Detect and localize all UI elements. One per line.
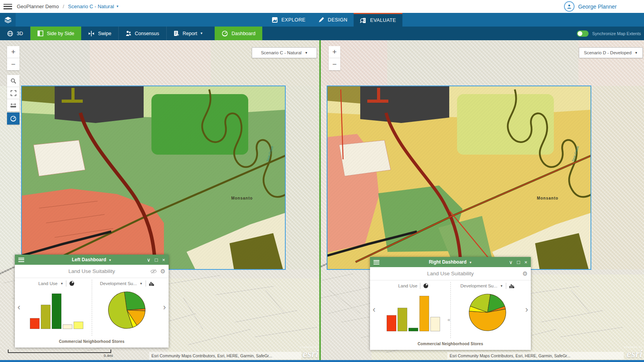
close-icon[interactable]: × (524, 260, 527, 265)
button-label: 3D (17, 31, 23, 36)
carousel-next-icon[interactable]: › (161, 303, 168, 312)
full-extent-icon[interactable] (7, 87, 20, 99)
development-suitability-widget: Development Su... ▼ (452, 281, 524, 338)
consensus-button[interactable]: Consensus (119, 27, 167, 40)
user-menu[interactable]: George Planner (564, 0, 617, 13)
widget-title-row: Land Use Suitability ⚙ (15, 265, 169, 278)
development-suitability-widget: Development Su... ▼ (93, 279, 162, 336)
dashboard-gauge-icon[interactable] (7, 112, 20, 125)
map-split-divider[interactable] (319, 40, 321, 360)
widget-divider (92, 280, 92, 336)
left-dashboard-panel: Left Dashboard▼ ∨ □ × Land Use Suitabili… (15, 255, 169, 348)
right-dashboard-panel: Right Dashboard▼ ∨ □ × Land Use Suitabil… (370, 257, 531, 350)
globe-icon (7, 30, 13, 37)
tab-explore[interactable]: EXPLORE (265, 13, 312, 27)
evaluate-magnifier-icon (360, 17, 366, 24)
scale-bar: 0.4mi (8, 350, 111, 353)
search-icon[interactable] (7, 75, 20, 87)
widget-label[interactable]: Land Use (398, 284, 417, 288)
selected-scenario: Scenario C - Natural (261, 50, 301, 55)
chevron-down-icon[interactable]: ▼ (500, 284, 503, 288)
breadcrumb-separator: / (63, 4, 64, 9)
widget-divider: « (450, 282, 451, 338)
land-use-widget: Land Use ▼ (22, 279, 91, 336)
chevron-down-icon[interactable]: ▼ (60, 282, 63, 285)
chevron-down-icon[interactable]: ▼ (116, 5, 119, 8)
chevron-down-icon: ▼ (635, 51, 638, 55)
bar-chart-icon[interactable] (509, 284, 514, 289)
swipe-button[interactable]: Swipe (81, 27, 119, 40)
breadcrumb-scenario-link[interactable]: Scenario C - Natural (68, 4, 114, 9)
gear-icon[interactable]: ⚙ (523, 271, 528, 276)
zoom-in-button[interactable]: + (7, 46, 20, 58)
sync-toggle-label: Synchronize Map Extents (592, 31, 641, 36)
gauge-icon (222, 30, 228, 37)
charts-carousel: ‹ Land Use « Development Su... ▼ (370, 280, 531, 338)
suitability-title: Land Use Suitability (370, 271, 531, 276)
right-map-zoom-controls: + − (329, 46, 340, 70)
chart-subject-label: Commercial Neighborhood Stores (15, 336, 169, 348)
carousel-next-icon[interactable]: › (523, 305, 530, 314)
widget-label[interactable]: Development Su... (460, 284, 497, 288)
measure-icon[interactable] (7, 99, 20, 111)
chevron-down-icon: ▼ (305, 51, 308, 55)
development-suitability-pie-chart (466, 291, 509, 334)
report-button[interactable]: Report ▼ (167, 27, 210, 40)
charts-carousel: ‹ Land Use ▼ Development Su... ▼ (15, 278, 169, 336)
left-map-zoom-controls: + − (7, 46, 20, 70)
widget-label[interactable]: Land Use (38, 281, 57, 286)
left-dashboard-header[interactable]: Left Dashboard▼ ∨ □ × (15, 255, 169, 265)
carousel-prev-icon[interactable]: ‹ (16, 303, 22, 312)
eye-slash-icon[interactable] (150, 269, 157, 274)
side-by-side-button[interactable]: Side by Side (30, 27, 81, 40)
tab-design[interactable]: DESIGN (312, 13, 354, 27)
zoom-out-button[interactable]: − (329, 58, 340, 70)
app-title: GeoPlanner Demo (17, 4, 59, 9)
geoplanner-app: GeoPlanner Demo / Scenario C - Natural ▼… (0, 0, 644, 362)
left-map-attribution: Esri Community Maps Contributors, Esri, … (149, 352, 301, 359)
bar-chart-icon[interactable] (149, 281, 154, 286)
maximize-icon[interactable]: □ (155, 257, 158, 262)
main-menu-icon[interactable] (4, 4, 12, 9)
swipe-icon (88, 31, 94, 36)
right-dashboard-header[interactable]: Right Dashboard▼ ∨ □ × (370, 257, 531, 267)
tab-label: DESIGN (328, 17, 347, 23)
panel-title[interactable]: Right Dashboard (429, 259, 467, 265)
land-use-bar-chart (27, 288, 86, 333)
carousel-prev-icon[interactable]: ‹ (371, 305, 377, 314)
sync-toggle[interactable] (577, 30, 589, 37)
dashboard-button[interactable]: Dashboard (215, 27, 262, 40)
button-label: Swipe (98, 31, 111, 36)
widget-label[interactable]: Development Su... (100, 281, 137, 286)
chevron-down-icon: ▼ (469, 261, 472, 264)
zoom-out-button[interactable]: − (7, 58, 20, 70)
maximize-icon[interactable]: □ (517, 260, 520, 265)
pie-chart-icon[interactable] (423, 283, 429, 289)
evaluate-toolbar: 3D Side by Side Swipe Consensus Report (0, 27, 644, 40)
right-scenario-dropdown[interactable]: Scenario D - Developed ▼ (579, 47, 643, 58)
collapse-icon[interactable]: ∨ (147, 257, 151, 262)
3d-button[interactable]: 3D (0, 27, 30, 40)
button-label: Dashboard (231, 31, 255, 36)
widget-title-row: Land Use Suitability ⚙ (370, 267, 531, 280)
panel-title[interactable]: Left Dashboard (72, 257, 106, 262)
tab-evaluate[interactable]: EVALUATE (354, 13, 402, 27)
side-by-side-icon (37, 30, 43, 36)
sync-extents-control: Synchronize Map Extents (577, 27, 644, 40)
button-label: Consensus (135, 31, 159, 36)
chevron-down-icon: ▼ (200, 32, 203, 35)
collapse-icon[interactable]: ∨ (509, 260, 513, 265)
close-icon[interactable]: × (162, 257, 165, 262)
nav-bar: EXPLORE DESIGN EVALUATE (0, 13, 644, 27)
gear-icon[interactable]: ⚙ (160, 268, 165, 274)
chevron-down-icon[interactable]: ▼ (140, 282, 143, 285)
tab-label: EVALUATE (370, 18, 396, 23)
zoom-in-button[interactable]: + (329, 46, 340, 58)
collapse-widget-icon[interactable]: « (448, 316, 450, 324)
button-label: Side by Side (47, 31, 74, 36)
left-scenario-dropdown[interactable]: Scenario C - Natural ▼ (252, 47, 317, 58)
esri-logo: POWERED BYesri (296, 346, 318, 359)
pie-chart-icon[interactable] (69, 281, 75, 286)
bottom-accent-strip (0, 360, 644, 362)
layers-button[interactable] (0, 13, 16, 27)
